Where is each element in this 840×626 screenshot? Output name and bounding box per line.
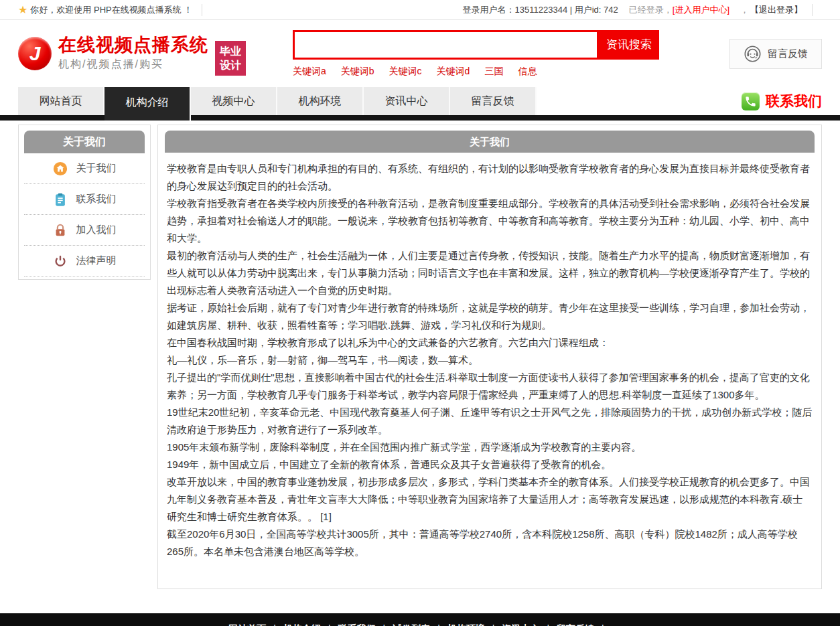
keyword-link[interactable]: 关键词d [437,66,470,78]
footer-link[interactable]: 机构环境 [447,623,502,626]
nav-tab[interactable]: 视频中心 [191,87,277,115]
sidebar-item-label: 法律声明 [76,254,117,267]
footer-link[interactable]: 留言反馈 [557,623,612,626]
nav-tab[interactable]: 机构介绍 [104,87,191,121]
main-nav: 网站首页机构介绍视频中心机构环境资讯中心留言反馈 联系我们 [0,87,840,115]
article-paragraph: 改革开放以来，中国的教育事业蓬勃发展，初步形成多层次，多形式，学科门类基本齐全的… [167,473,813,526]
search-input[interactable] [293,30,599,60]
customer-service-icon [744,45,762,63]
article-paragraph: 最初的教育活动与人类的生产，社会生活融为一体，人们主要是通过言传身教，传授知识，… [167,247,813,299]
article-paragraph: 在中国春秋战国时期，学校教育形成了以礼乐为中心的文武兼备的六艺教育。六艺由六门课… [167,334,813,351]
home-icon [53,161,68,176]
logout-link[interactable]: 【退出登录】 [750,4,802,16]
phone-icon [742,92,760,110]
login-info: 登录用户名：13511223344 | 用户id: 742 [463,4,618,16]
login-status: 已经登录， [629,4,673,16]
sidebar-item-legal[interactable]: 法律声明 [24,246,145,277]
sidebar-item-label: 关于我们 [76,162,117,175]
sidebar-item-join[interactable]: 加入我们 [24,215,145,246]
lock-icon [53,223,68,238]
page-title: 关于我们 [165,131,815,153]
article-body: 学校教育是由专职人员和专门机构承担的有目的、有系统、有组织的，有计划的以影响受教… [165,160,815,560]
graduation-badge: 毕业 设计 [215,41,246,76]
main-panel: 关于我们 学校教育是由专职人员和专门机构承担的有目的、有系统、有组织的，有计划的… [157,125,822,589]
site-header: J 在线视频点播系统 机构/视频点播/购买 毕业 设计 资讯搜索 关键词a关键词… [0,20,840,87]
article-paragraph: 19世纪末20世纪初，辛亥革命元老、中国现代教育奠基人何子渊、丘逢甲等有识之士开… [167,404,813,439]
article-paragraph: 1949年，新中国成立后，中国建立了全新的教育体系，普通民众及其子女普遍获得了受… [167,456,813,473]
footer-link[interactable]: 试卷列表 [393,623,447,626]
article-paragraph: 学校教育指受教育者在各类学校内所接受的各种教育活动，是教育制度重要组成部分。学校… [167,195,813,247]
nav-tab[interactable]: 机构环境 [277,87,364,115]
footer-link[interactable]: 资讯中心 [502,623,557,626]
contact-label: 联系我们 [766,92,822,110]
contact-us[interactable]: 联系我们 [742,87,822,115]
user-center-link[interactable]: [进入用户中心] [673,4,729,16]
search-button[interactable]: 资讯搜索 [599,30,659,60]
footer-nav: 网站首页机构介绍联系我们试卷列表机构环境资讯中心留言反馈 [0,613,840,626]
sidebar-item-contact[interactable]: 联系我们 [24,184,145,215]
keyword-link[interactable]: 关键词c [389,66,422,78]
nav-tab[interactable]: 资讯中心 [364,87,450,115]
feedback-label: 留言反馈 [768,48,808,60]
nav-tab[interactable]: 留言反馈 [450,87,537,115]
welcome-text: 你好，欢迎使用 PHP在线视频点播系统 ！ [30,4,192,16]
article-paragraph: 1905年末颁布新学制，废除科举制度，并在全国范围内推广新式学堂，西学逐渐成为学… [167,439,813,456]
footer-gap [0,601,840,613]
status-separator: ， [740,4,749,16]
article-paragraph: 据考证，原始社会后期，就有了专门对青少年进行教育的特殊场所，这就是学校的萌芽。青… [167,299,813,334]
footer-link[interactable]: 网站首页 [228,623,283,626]
sidebar-item-label: 加入我们 [76,224,117,236]
keyword-link[interactable]: 关键词a [293,66,326,78]
nav-tabs: 网站首页机构介绍视频中心机构环境资讯中心留言反馈 [18,87,537,115]
site-subtitle: 机构/视频点播/购买 [58,58,208,72]
keyword-link[interactable]: 三国 [484,66,503,78]
clipboard-icon [53,192,68,207]
keyword-link[interactable]: 关键词b [341,66,374,78]
power-icon [53,254,68,268]
topbar-user-area: 登录用户名：13511223344 | 用户id: 742 已经登录， [进入用… [463,4,822,16]
footer-link[interactable]: 联系我们 [338,623,393,626]
sidebar-item-label: 联系我们 [76,193,117,206]
article-paragraph: 学校教育是由专职人员和专门机构承担的有目的、有系统、有组织的，有计划的以影响受教… [167,160,813,195]
footer-link[interactable]: 机构介绍 [283,623,338,626]
topbar-divider [202,4,202,16]
site-title: 在线视频点播系统 [58,35,208,56]
article-paragraph: 截至2020年6月30日，全国高等学校共计3005所，其中：普通高等学校2740… [167,526,813,560]
sidebar: 关于我们 关于我们 [18,125,151,280]
topbar: ★ 你好，欢迎使用 PHP在线视频点播系统 ！ 登录用户名：1351122334… [0,0,840,20]
logo[interactable]: J 在线视频点播系统 机构/视频点播/购买 毕业 设计 [18,31,246,76]
article-paragraph: 礼—礼仪，乐—音乐，射—射箭，御—驾马车，书—阅读，数—算术。 [167,351,813,369]
search-area: 资讯搜索 关键词a关键词b关键词c关键词d三国信息 [293,30,659,78]
article-paragraph: 孔子提出的"学而优则仕"思想，直接影响着中国古代的社会生活.科举取士制度一方面使… [167,369,813,404]
keyword-link[interactable]: 信息 [518,66,537,78]
nav-tab[interactable]: 网站首页 [18,87,104,115]
hot-keywords: 关键词a关键词b关键词c关键词d三国信息 [293,66,659,78]
logo-icon: J [18,37,52,70]
page-content: 关于我们 关于我们 [0,121,840,601]
topbar-divider-right [812,4,813,16]
feedback-button[interactable]: 留言反馈 [729,39,822,69]
sidebar-title: 关于我们 [24,131,145,153]
star-icon: ★ [18,5,27,15]
sidebar-item-about[interactable]: 关于我们 [24,153,145,184]
